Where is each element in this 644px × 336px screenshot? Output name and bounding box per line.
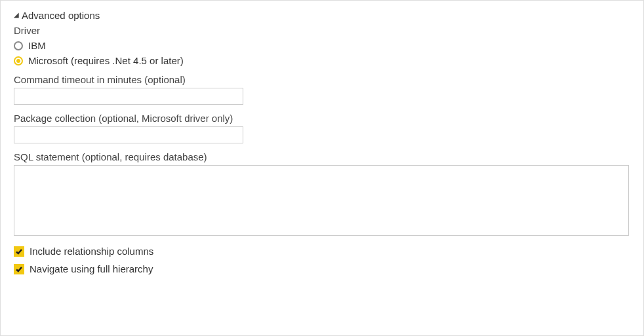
navigate-hierarchy-label: Navigate using full hierarchy xyxy=(30,263,153,274)
driver-radio-ibm-row[interactable]: IBM xyxy=(14,40,630,51)
package-collection-block: Package collection (optional, Microsoft … xyxy=(14,113,630,143)
advanced-options-panel: ◢ Advanced options Driver IBM Microsoft … xyxy=(0,0,644,336)
driver-label: Driver xyxy=(14,25,630,36)
driver-radio-microsoft-label: Microsoft (requires .Net 4.5 or later) xyxy=(28,55,184,66)
driver-radio-microsoft-row[interactable]: Microsoft (requires .Net 4.5 or later) xyxy=(14,55,630,66)
section-title: Advanced options xyxy=(22,10,100,21)
package-collection-input[interactable] xyxy=(14,126,243,143)
package-collection-label: Package collection (optional, Microsoft … xyxy=(14,113,630,124)
driver-radio-ibm-label: IBM xyxy=(28,40,46,51)
include-relationship-row[interactable]: Include relationship columns xyxy=(14,246,630,257)
sql-statement-label: SQL statement (optional, requires databa… xyxy=(14,151,630,162)
sql-statement-block: SQL statement (optional, requires databa… xyxy=(14,151,630,238)
command-timeout-block: Command timeout in minutes (optional) xyxy=(14,74,630,105)
command-timeout-input[interactable] xyxy=(14,88,243,105)
checkbox-checked-icon xyxy=(14,264,24,274)
driver-group: Driver IBM Microsoft (requires .Net 4.5 … xyxy=(14,25,630,66)
advanced-options-toggle[interactable]: ◢ Advanced options xyxy=(14,10,630,21)
collapse-icon: ◢ xyxy=(14,11,19,18)
radio-icon xyxy=(14,56,23,65)
include-relationship-label: Include relationship columns xyxy=(30,246,153,257)
command-timeout-label: Command timeout in minutes (optional) xyxy=(14,74,630,85)
radio-icon xyxy=(14,41,23,50)
navigate-hierarchy-row[interactable]: Navigate using full hierarchy xyxy=(14,263,630,274)
sql-statement-input[interactable] xyxy=(14,165,629,236)
checkbox-checked-icon xyxy=(14,246,24,257)
